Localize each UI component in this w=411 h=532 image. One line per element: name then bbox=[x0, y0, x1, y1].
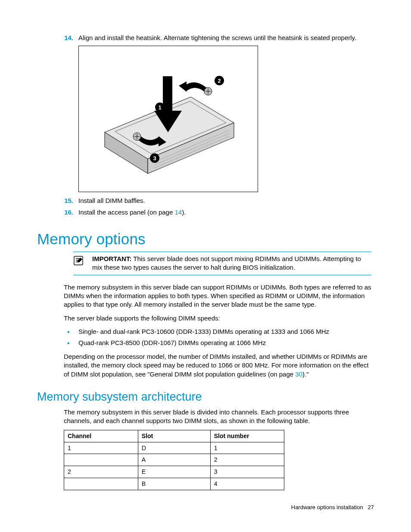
td: E bbox=[138, 466, 210, 478]
table-header-row: Channel Slot Slot number bbox=[64, 430, 284, 442]
step-text: Install all DIMM baffles. bbox=[78, 196, 374, 205]
table-row: 1 D 1 bbox=[64, 442, 284, 454]
heading-memory-options: Memory options bbox=[37, 229, 374, 249]
step-14: 14. Align and install the heatsink. Alte… bbox=[64, 34, 374, 42]
th-channel: Channel bbox=[64, 430, 138, 442]
important-body: This server blade does not support mixin… bbox=[92, 255, 361, 271]
svg-text:2: 2 bbox=[218, 78, 221, 84]
page-30-link[interactable]: 30 bbox=[295, 370, 302, 378]
slot-table: Channel Slot Slot number 1 D 1 A 2 2 E 3 bbox=[64, 430, 284, 490]
td: 3 bbox=[210, 466, 284, 478]
td: D bbox=[138, 442, 210, 454]
step-number: 16. bbox=[64, 208, 78, 217]
important-note: IMPORTANT: This server blade does not su… bbox=[73, 252, 371, 275]
paragraph-3: Depending on the processor model, the nu… bbox=[64, 352, 374, 379]
td: 2 bbox=[64, 466, 138, 478]
td: A bbox=[138, 454, 210, 466]
step-number: 14. bbox=[64, 34, 78, 42]
paragraph-4: The memory subsystem in this server blad… bbox=[64, 408, 374, 426]
step-text-suffix: ). bbox=[182, 208, 186, 216]
list-item: Quad-rank PC3-8500 (DDR-1067) DIMMs oper… bbox=[64, 339, 374, 347]
para3-prefix: Depending on the processor model, the nu… bbox=[64, 353, 369, 378]
important-label: IMPORTANT: bbox=[92, 255, 131, 262]
table-row: B 4 bbox=[64, 478, 284, 490]
step-text: Align and install the heatsink. Alternat… bbox=[78, 34, 374, 42]
th-slot: Slot bbox=[138, 430, 210, 442]
page-footer: Hardware options installation 27 bbox=[291, 504, 374, 511]
para3-suffix: )." bbox=[302, 370, 309, 378]
paragraph-1: The memory subsystem in this server blad… bbox=[64, 283, 374, 309]
svg-text:1: 1 bbox=[158, 104, 161, 111]
td bbox=[64, 454, 138, 466]
dimm-speed-list: Single- and dual-rank PC3-10600 (DDR-133… bbox=[64, 327, 374, 348]
footer-section-name: Hardware options installation bbox=[291, 504, 363, 510]
td: 4 bbox=[210, 478, 284, 490]
step-text-prefix: Install the access panel (on page bbox=[78, 208, 174, 216]
table-row: 2 E 3 bbox=[64, 466, 284, 478]
heading-memory-architecture: Memory subsystem architecture bbox=[37, 389, 374, 404]
td: B bbox=[138, 478, 210, 490]
list-item: Single- and dual-rank PC3-10600 (DDR-133… bbox=[64, 327, 374, 336]
table-row: A 2 bbox=[64, 454, 284, 466]
step-15: 15. Install all DIMM baffles. bbox=[64, 196, 374, 205]
td: 2 bbox=[210, 454, 284, 466]
td: 1 bbox=[64, 442, 138, 454]
step-text: Install the access panel (on page 14). bbox=[78, 208, 374, 217]
svg-marker-10 bbox=[179, 81, 187, 92]
document-page: 14. Align and install the heatsink. Alte… bbox=[0, 0, 411, 532]
paragraph-2: The server blade supports the following … bbox=[64, 314, 374, 323]
footer-page-number: 27 bbox=[368, 504, 374, 510]
important-text: IMPORTANT: This server blade does not su… bbox=[92, 255, 371, 272]
ordered-steps-top: 14. Align and install the heatsink. Alte… bbox=[64, 34, 374, 217]
svg-text:3: 3 bbox=[153, 155, 156, 162]
td: 1 bbox=[210, 442, 284, 454]
heatsink-figure: 1 2 3 bbox=[78, 46, 258, 192]
heatsink-illustration-svg: 1 2 3 bbox=[79, 46, 258, 192]
important-icon bbox=[73, 255, 92, 272]
page-14-link[interactable]: 14 bbox=[174, 208, 182, 216]
step-number: 15. bbox=[64, 196, 78, 205]
td bbox=[64, 478, 138, 490]
th-slot-number: Slot number bbox=[210, 430, 284, 442]
step-16: 16. Install the access panel (on page 14… bbox=[64, 208, 374, 217]
